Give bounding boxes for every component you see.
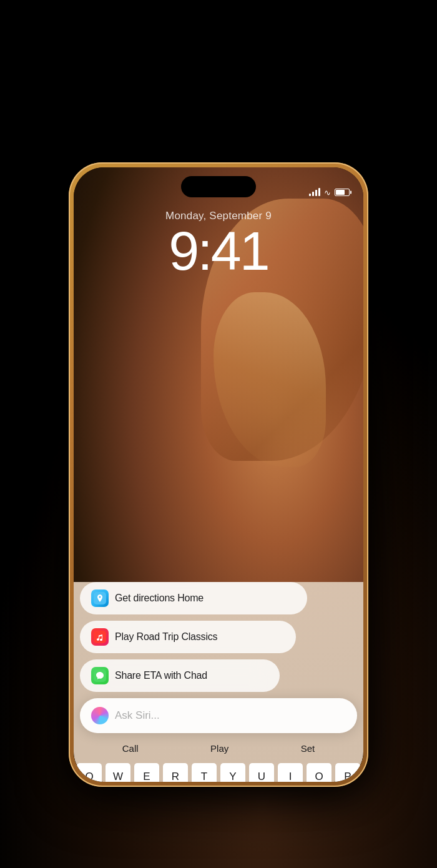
keyboard-suggestions-bar: Call Play Set — [74, 733, 363, 761]
key-i[interactable]: I — [278, 763, 303, 782]
apple-music-icon — [91, 628, 109, 646]
key-t[interactable]: T — [192, 763, 217, 782]
scene: ∿ Monday, September 9 9:41 — [0, 0, 437, 868]
signal-bar-1 — [309, 194, 311, 196]
key-p[interactable]: P — [335, 763, 360, 782]
signal-bar-3 — [315, 190, 317, 196]
keyboard-row-1: Q W E R T Y U I O P — [77, 763, 360, 782]
battery-fill — [336, 190, 345, 195]
signal-bar-4 — [318, 188, 320, 196]
imessage-icon — [91, 667, 109, 684]
directions-label: Get directions Home — [115, 593, 204, 604]
siri-orb-icon — [91, 707, 109, 724]
dynamic-island — [181, 176, 256, 197]
key-w[interactable]: W — [106, 763, 130, 782]
status-right: ∿ — [309, 188, 350, 197]
maps-icon — [91, 589, 109, 607]
signal-bar-2 — [312, 192, 314, 196]
key-u[interactable]: U — [249, 763, 274, 782]
svg-rect-1 — [94, 631, 106, 643]
lock-screen-time: 9:41 — [74, 222, 363, 280]
key-o[interactable]: O — [307, 763, 331, 782]
music-label: Play Road Trip Classics — [115, 631, 217, 643]
keyboard-rows: Q W E R T Y U I O P A S — [74, 761, 363, 782]
key-q[interactable]: Q — [77, 763, 102, 782]
key-y[interactable]: Y — [220, 763, 245, 782]
phone-screen: ∿ Monday, September 9 9:41 — [74, 167, 363, 782]
siri-suggestion-directions[interactable]: Get directions Home — [80, 582, 307, 614]
keyboard-area: Get directions Home — [74, 582, 363, 782]
suggestion-call[interactable]: Call — [122, 743, 139, 754]
suggestion-play[interactable]: Play — [210, 743, 228, 754]
siri-suggestion-messages[interactable]: Share ETA with Chad — [80, 659, 280, 692]
wifi-icon: ∿ — [324, 188, 331, 197]
siri-input-bar[interactable]: Ask Siri... — [80, 698, 357, 733]
signal-bars-icon — [309, 189, 320, 196]
key-r[interactable]: R — [163, 763, 188, 782]
messages-label: Share ETA with Chad — [115, 670, 207, 681]
key-e[interactable]: E — [134, 763, 159, 782]
siri-placeholder: Ask Siri... — [115, 709, 160, 722]
phone-frame: ∿ Monday, September 9 9:41 — [69, 162, 368, 787]
siri-suggestion-music[interactable]: Play Road Trip Classics — [80, 621, 296, 653]
battery-icon — [335, 189, 350, 196]
suggestion-set[interactable]: Set — [301, 743, 315, 754]
